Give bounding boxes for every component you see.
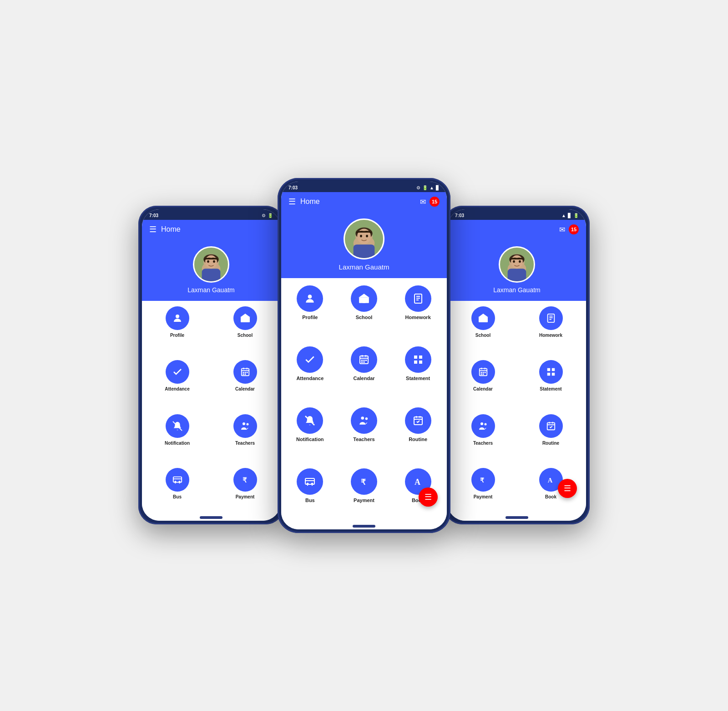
hamburger-icon-center[interactable]: ☰ — [288, 197, 296, 207]
menu-item-profile[interactable]: Profile — [287, 285, 334, 339]
app-header-right: ✉ 15 — [448, 220, 586, 239]
notification-icon — [297, 407, 323, 434]
svg-point-39 — [308, 295, 312, 299]
calendar-label-right: Calendar — [473, 386, 493, 391]
menu-item-school-right[interactable]: School — [452, 306, 514, 354]
left-phone-screen: 7:03 ⚙ 🔋 ☰ Home — [142, 209, 280, 521]
school-label: School — [356, 315, 373, 320]
menu-item-routine[interactable]: Routine — [394, 407, 441, 461]
menu-item-profile-left[interactable]: Profile — [147, 306, 208, 354]
attendance-icon — [297, 346, 323, 373]
svg-rect-105 — [547, 422, 555, 430]
statement-icon-right — [539, 360, 563, 384]
status-time-center: 7:03 — [288, 185, 298, 190]
menu-item-attendance-left[interactable]: Attendance — [147, 360, 208, 407]
mail-badge-center[interactable]: ✉ — [420, 198, 426, 206]
svg-point-71 — [307, 483, 308, 485]
menu-item-statement[interactable]: Statement — [394, 346, 441, 400]
attendance-icon-left — [166, 360, 189, 384]
header-right-center: ✉ 15 — [420, 197, 440, 207]
svg-rect-63 — [414, 417, 422, 425]
home-button-left[interactable] — [200, 516, 222, 519]
home-button-center[interactable] — [353, 525, 375, 528]
svg-point-7 — [213, 260, 215, 263]
menu-item-attendance[interactable]: Attendance — [287, 346, 334, 400]
svg-rect-18 — [246, 372, 248, 373]
status-icons-left: ⚙ 🔋 — [262, 213, 273, 218]
svg-text:₹: ₹ — [361, 478, 366, 487]
center-phone: 7:03 ⚙ 🔋 ▲ ▊ ☰ Home ✉ — [278, 178, 450, 533]
homework-icon — [405, 285, 431, 312]
svg-point-38 — [366, 235, 368, 238]
menu-item-payment-right[interactable]: ₹ Payment — [452, 468, 514, 515]
status-bar-left: 7:03 ⚙ 🔋 — [142, 209, 280, 220]
menu-item-notification-left[interactable]: Notification — [147, 414, 208, 462]
svg-point-29 — [179, 481, 180, 482]
menu-item-teachers[interactable]: Teachers — [341, 407, 388, 461]
bus-label: Bus — [305, 498, 315, 503]
status-bar-center: 7:03 ⚙ 🔋 ▲ ▊ — [281, 182, 447, 192]
school-label-right: School — [475, 333, 490, 338]
battery-icon: 🔋 — [268, 213, 273, 218]
hamburger-icon-left[interactable]: ☰ — [149, 224, 157, 234]
notif-badge-center[interactable]: 15 — [430, 197, 440, 207]
svg-text:₹: ₹ — [480, 477, 484, 483]
payment-icon-right: ₹ — [471, 468, 495, 492]
teachers-icon-right — [471, 414, 495, 438]
app-title-center: Home — [300, 198, 320, 206]
svg-marker-84 — [478, 314, 488, 317]
fab-icon-center: ☰ — [425, 492, 432, 502]
user-name-center: Laxman Gauatm — [339, 263, 389, 271]
menu-item-school[interactable]: School — [341, 285, 388, 339]
right-phone: 7:03 ▲ ▊ 🔋 ✉ 15 — [444, 206, 590, 524]
menu-item-school-left[interactable]: School — [214, 306, 276, 354]
avatar-right — [499, 246, 535, 283]
user-name-left: Laxman Gauatm — [187, 286, 235, 294]
menu-item-bus[interactable]: Bus — [287, 468, 334, 522]
svg-rect-56 — [414, 356, 417, 359]
wifi-icon-c: ▲ — [430, 185, 434, 190]
svg-text:₹: ₹ — [242, 476, 247, 483]
menu-item-notification[interactable]: Notification — [287, 407, 334, 461]
menu-item-calendar-left[interactable]: Calendar — [214, 360, 276, 407]
notif-badge-right[interactable]: 15 — [569, 224, 579, 234]
menu-item-teachers-left[interactable]: Teachers — [214, 414, 276, 462]
menu-item-payment-left[interactable]: ₹ Payment — [214, 468, 276, 515]
home-button-right[interactable] — [506, 516, 528, 519]
signal-icon-r: ▊ — [568, 213, 571, 218]
fab-icon-right: ☰ — [564, 483, 571, 493]
svg-rect-99 — [547, 368, 550, 371]
fab-button-right[interactable]: ☰ — [558, 479, 577, 498]
teachers-label-left: Teachers — [235, 441, 255, 446]
menu-item-routine-right[interactable]: Routine — [520, 414, 581, 462]
menu-item-homework[interactable]: Homework — [394, 285, 441, 339]
menu-item-bus-left[interactable]: Bus — [147, 468, 208, 515]
status-time-left: 7:03 — [149, 213, 158, 218]
menu-item-payment[interactable]: ₹ Payment — [341, 468, 388, 522]
routine-label: Routine — [409, 437, 427, 442]
statement-label-right: Statement — [540, 386, 561, 391]
routine-label-right: Routine — [542, 441, 559, 446]
mail-badge-right[interactable]: ✉ — [559, 225, 565, 234]
svg-rect-55 — [363, 361, 364, 363]
menu-item-homework-right[interactable]: Homework — [520, 306, 581, 354]
svg-rect-42 — [363, 300, 366, 303]
payment-label-left: Payment — [236, 494, 255, 499]
menu-item-statement-right[interactable]: Statement — [520, 360, 581, 407]
fab-button-center[interactable]: ☰ — [419, 488, 438, 507]
teachers-icon — [351, 407, 377, 434]
phones-container: 7:03 ⚙ 🔋 ☰ Home — [114, 37, 614, 674]
app-header-center: ☰ Home ✉ 15 — [281, 192, 447, 211]
calendar-icon-left — [233, 360, 257, 384]
svg-point-72 — [312, 483, 313, 485]
menu-item-teachers-right[interactable]: Teachers — [452, 414, 514, 462]
svg-point-5 — [205, 255, 217, 269]
teachers-label-right: Teachers — [473, 441, 493, 446]
svg-rect-20 — [244, 374, 246, 375]
statement-icon — [405, 346, 431, 373]
bus-label-left: Bus — [173, 494, 182, 499]
menu-item-calendar[interactable]: Calendar — [341, 346, 388, 400]
app-title-left: Home — [161, 225, 181, 234]
menu-item-calendar-right[interactable]: Calendar — [452, 360, 514, 407]
svg-point-80 — [511, 255, 523, 269]
